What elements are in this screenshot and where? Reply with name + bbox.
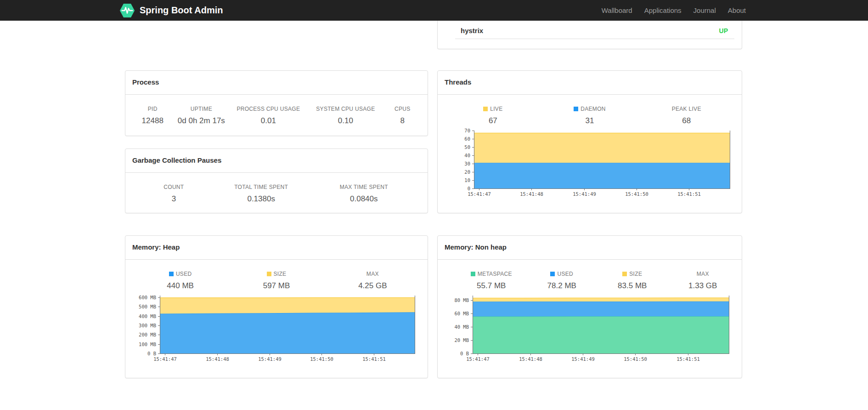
navbar: Spring Boot Admin WallboardApplicationsJ… — [0, 0, 868, 21]
svg-text:15:41:47: 15:41:47 — [466, 356, 490, 362]
memory-nonheap-panel: Memory: Non heap METASPACE55.7 MBUSED78.… — [437, 235, 742, 378]
svg-text:0 B: 0 B — [460, 351, 469, 356]
svg-text:600 MB: 600 MB — [139, 295, 156, 300]
row-divider — [455, 39, 734, 39]
stat-label: PID — [132, 106, 173, 112]
status-badge: UP — [719, 27, 728, 34]
stat-count: COUNT3 — [132, 184, 215, 204]
gc-pauses-panel: Garbage Collection Pauses COUNT3TOTAL TI… — [125, 148, 428, 213]
stat-value: 0.10 — [307, 116, 384, 125]
process-panel: Process PID12488UPTIME0d 0h 2m 17sPROCES… — [125, 70, 428, 136]
svg-text:300 MB: 300 MB — [139, 323, 156, 328]
stat-label: UPTIME — [173, 106, 230, 112]
svg-text:40 MB: 40 MB — [454, 324, 469, 330]
stat-value: 8 — [384, 116, 421, 125]
stat-value: 0.0840s — [307, 194, 421, 204]
page: { "navbar": { "brand": "Spring Boot Admi… — [0, 0, 868, 410]
svg-text:15:41:48: 15:41:48 — [206, 356, 229, 362]
brand-link[interactable]: Spring Boot Admin — [119, 2, 223, 19]
svg-text:500 MB: 500 MB — [139, 304, 156, 309]
panel-title: Garbage Collection Pauses — [125, 149, 428, 173]
svg-text:200 MB: 200 MB — [139, 332, 156, 337]
svg-text:0: 0 — [468, 186, 470, 191]
stat-system-cpu-usage: SYSTEM CPU USAGE0.10 — [307, 106, 384, 125]
svg-text:15:41:48: 15:41:48 — [519, 356, 542, 362]
memory-heap-chart: 0 B100 MB200 MB300 MB400 MB500 MB600 MB1… — [125, 236, 428, 378]
stat-label: COUNT — [132, 184, 215, 190]
threads-chart: 01020304050607015:41:4715:41:4815:41:491… — [438, 71, 742, 213]
svg-text:15:41:47: 15:41:47 — [468, 191, 491, 197]
stat-value: 12488 — [132, 116, 173, 125]
memory-heap-panel: Memory: Heap USED440 MBSIZE597 MBMAX4.25… — [125, 235, 428, 378]
panel-title: Process — [125, 71, 428, 95]
svg-text:20: 20 — [464, 169, 470, 175]
application-status-panel: hystrix UP — [437, 21, 742, 49]
svg-text:15:41:51: 15:41:51 — [362, 356, 386, 362]
svg-text:400 MB: 400 MB — [139, 313, 156, 319]
stat-uptime: UPTIME0d 0h 2m 17s — [173, 106, 230, 125]
svg-text:80 MB: 80 MB — [454, 297, 469, 303]
svg-text:15:41:51: 15:41:51 — [676, 356, 700, 362]
application-name: hystrix — [461, 27, 483, 34]
svg-text:30: 30 — [464, 161, 470, 166]
svg-text:60 MB: 60 MB — [454, 311, 469, 316]
threads-panel: Threads LIVE67DAEMON31PEAK LIVE68 010203… — [437, 70, 742, 213]
stat-label: PROCESS CPU USAGE — [230, 106, 307, 112]
navbar-inner: Spring Boot Admin WallboardApplicationsJ… — [119, 0, 746, 21]
nav-item-about[interactable]: About — [722, 6, 746, 14]
gc-stats: COUNT3TOTAL TIME SPENT0.1380sMAX TIME SP… — [125, 173, 428, 204]
stat-cpus: CPUS8 — [384, 106, 421, 125]
svg-text:50: 50 — [464, 144, 470, 150]
stat-max-time-spent: MAX TIME SPENT0.0840s — [307, 184, 421, 204]
stat-value: 0d 0h 2m 17s — [173, 116, 230, 125]
stat-label: CPUS — [384, 106, 421, 112]
svg-text:15:41:51: 15:41:51 — [677, 191, 701, 197]
svg-text:70: 70 — [464, 128, 470, 133]
svg-text:15:41:49: 15:41:49 — [258, 356, 282, 362]
svg-text:15:41:49: 15:41:49 — [573, 191, 596, 197]
nav-item-applications[interactable]: Applications — [638, 6, 688, 14]
pulse-hexagon-icon — [119, 2, 135, 19]
stat-value: 3 — [132, 194, 215, 204]
stat-label: SYSTEM CPU USAGE — [307, 106, 384, 112]
svg-text:100 MB: 100 MB — [139, 342, 156, 347]
nav-item-wallboard[interactable]: Wallboard — [596, 6, 638, 14]
nav-links: WallboardApplicationsJournalAbout — [596, 6, 746, 14]
stat-label: TOTAL TIME SPENT — [215, 184, 307, 190]
svg-text:15:41:50: 15:41:50 — [310, 356, 333, 362]
stat-total-time-spent: TOTAL TIME SPENT0.1380s — [215, 184, 307, 204]
svg-text:15:41:47: 15:41:47 — [153, 356, 177, 362]
process-stats: PID12488UPTIME0d 0h 2m 17sPROCESS CPU US… — [125, 95, 428, 125]
stat-pid: PID12488 — [132, 106, 173, 125]
svg-text:20 MB: 20 MB — [454, 337, 469, 343]
svg-text:15:41:49: 15:41:49 — [571, 356, 595, 362]
brand-title: Spring Boot Admin — [140, 5, 223, 16]
svg-text:60: 60 — [464, 136, 470, 142]
stat-label: MAX TIME SPENT — [307, 184, 421, 190]
stat-value: 0.01 — [230, 116, 307, 125]
memory-nonheap-chart: 0 B20 MB40 MB60 MB80 MB15:41:4715:41:481… — [438, 236, 742, 378]
svg-text:15:41:50: 15:41:50 — [625, 191, 648, 197]
svg-text:10: 10 — [464, 177, 470, 183]
stat-process-cpu-usage: PROCESS CPU USAGE0.01 — [230, 106, 307, 125]
svg-text:15:41:48: 15:41:48 — [520, 191, 543, 197]
svg-text:40: 40 — [464, 153, 470, 158]
stat-value: 0.1380s — [215, 194, 307, 204]
svg-text:15:41:50: 15:41:50 — [624, 356, 647, 362]
application-row[interactable]: hystrix UP — [438, 21, 742, 39]
svg-text:0 B: 0 B — [147, 351, 156, 356]
nav-item-journal[interactable]: Journal — [688, 6, 722, 14]
